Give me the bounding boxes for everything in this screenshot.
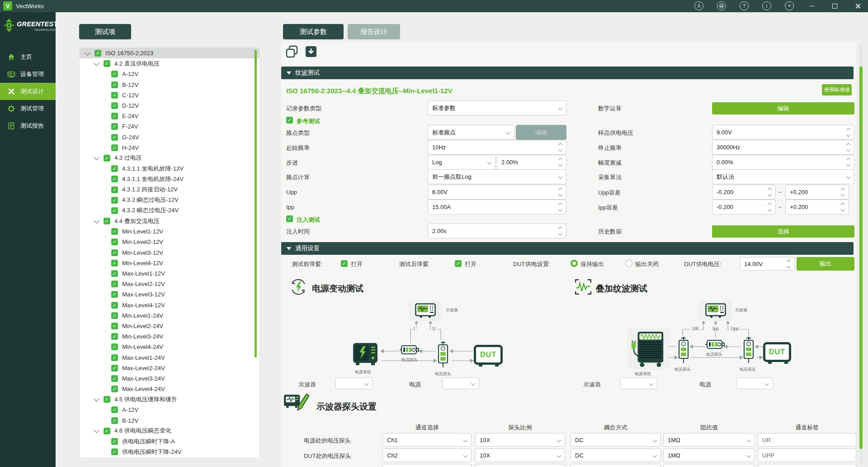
record-type-select[interactable]: 标准参数 bbox=[428, 100, 566, 115]
tree-item[interactable]: ✓Max-Level3-24V bbox=[80, 373, 259, 384]
tree-expand-caret[interactable] bbox=[94, 396, 99, 402]
help-icon[interactable]: ? bbox=[740, 1, 749, 10]
reference-test-checkbox[interactable]: ✓ bbox=[286, 117, 293, 124]
probe-channel-select[interactable]: Ch2 bbox=[382, 448, 472, 462]
offline-icon[interactable]: ✕ bbox=[785, 1, 794, 10]
tree-checkbox[interactable]: ✓ bbox=[111, 113, 118, 119]
spinner-arrows[interactable] bbox=[559, 203, 562, 211]
probe-coupling-select[interactable]: DC bbox=[571, 433, 661, 447]
spinner-arrows[interactable] bbox=[847, 129, 850, 136]
tree-item[interactable]: ✓Min-Level1-24V bbox=[80, 310, 259, 321]
upp-tolerance-min-spinner[interactable]: -0.200 bbox=[712, 185, 776, 200]
sidebar-item-test-design[interactable]: 测试设计 bbox=[0, 83, 56, 100]
math-edit-button[interactable]: 编辑 bbox=[712, 102, 854, 114]
tree-checkbox[interactable]: ✓ bbox=[111, 176, 118, 182]
tree-item[interactable]: ✓4.6 供电电压瞬态变化 bbox=[80, 426, 259, 436]
tree-item[interactable]: ✓Max-Level3-12V bbox=[80, 289, 259, 300]
tree-expand-caret[interactable] bbox=[94, 60, 99, 66]
tree-checkbox[interactable]: ✓ bbox=[111, 323, 118, 329]
sidebar-item-home[interactable]: 主页 bbox=[0, 48, 56, 66]
tree-checkbox[interactable]: ✓ bbox=[111, 123, 118, 130]
network-lan-icon[interactable]: LAN bbox=[717, 1, 726, 10]
probe-tag-input[interactable] bbox=[758, 464, 856, 467]
pre-test-popup-checkbox[interactable]: ✓ bbox=[341, 260, 348, 267]
tree-checkbox[interactable]: ✓ bbox=[111, 134, 118, 141]
probe-ratio-select[interactable]: 10X bbox=[475, 433, 565, 447]
spinner-arrows[interactable] bbox=[847, 158, 850, 166]
tree-expand-caret[interactable] bbox=[94, 218, 99, 224]
tree-item[interactable]: ✓4.3.1.1 发电机故障-24V bbox=[80, 174, 259, 184]
probe-ratio-select[interactable] bbox=[475, 464, 565, 467]
tree-checkbox[interactable]: ✓ bbox=[111, 228, 118, 235]
tree-checkbox[interactable]: ✓ bbox=[111, 238, 118, 245]
output-off-radio[interactable] bbox=[625, 260, 632, 267]
tree-item[interactable]: ✓F-24V bbox=[80, 121, 259, 132]
tree-checkbox[interactable]: ✓ bbox=[111, 438, 118, 445]
tree-item[interactable]: ✓A-12V bbox=[80, 405, 259, 415]
tree-checkbox[interactable]: ✓ bbox=[111, 417, 118, 424]
ipp-tolerance-max-spinner[interactable]: +0.200 bbox=[785, 200, 849, 214]
probe-impedance-select[interactable] bbox=[663, 464, 755, 467]
spinner-arrows[interactable] bbox=[847, 143, 850, 151]
tree-checkbox[interactable]: ✓ bbox=[111, 207, 118, 214]
tree-item[interactable]: ✓供电电压瞬时下降-A bbox=[80, 436, 259, 447]
freq-calc-select[interactable]: 前一频点取Log bbox=[428, 169, 566, 184]
tree-item[interactable]: ✓Max-Level1-24V bbox=[80, 352, 259, 362]
sidebar-item-device-management[interactable]: 设备管理 bbox=[0, 66, 56, 83]
tree-checkbox[interactable]: ✓ bbox=[111, 270, 118, 277]
tree-item[interactable]: ✓Min-Level2-12V bbox=[80, 237, 259, 247]
tree-item[interactable]: ✓Min-Level4-24V bbox=[80, 342, 259, 352]
tree-checkbox[interactable]: ✓ bbox=[111, 102, 118, 109]
injection-test-checkbox[interactable]: ✓ bbox=[286, 215, 293, 222]
sample-voltage-spinner[interactable]: 9.00V bbox=[712, 125, 854, 140]
start-frequency-spinner[interactable]: 10Hz bbox=[428, 140, 566, 155]
ipp-tolerance-min-spinner[interactable]: -0.200 bbox=[712, 200, 776, 214]
tree-item[interactable]: ✓Min-Level1-12V bbox=[80, 226, 259, 237]
probe-tag-input[interactable]: UR bbox=[758, 433, 856, 447]
probe-impedance-select[interactable]: 1MΩ bbox=[663, 448, 755, 462]
probe-coupling-select[interactable]: DC bbox=[571, 448, 661, 462]
upp-spinner[interactable]: 6.00V bbox=[428, 185, 566, 200]
copy-parameters-button[interactable] bbox=[285, 44, 299, 59]
history-select-button[interactable]: 选择 bbox=[712, 225, 854, 238]
tree-item[interactable]: ✓E-24V bbox=[80, 111, 259, 121]
main-scrollbar-thumb[interactable] bbox=[859, 67, 863, 449]
tree-checkbox[interactable]: ✓ bbox=[111, 386, 118, 392]
tree-checkbox[interactable]: ✓ bbox=[111, 71, 118, 77]
tree-checkbox[interactable]: ✓ bbox=[104, 60, 110, 67]
spinner-arrows[interactable] bbox=[841, 188, 844, 196]
scope-select[interactable] bbox=[620, 377, 657, 389]
output-button[interactable]: 输出 bbox=[797, 257, 854, 271]
tree-item[interactable]: ✓Max-Level4-12V bbox=[80, 300, 259, 310]
paste-parameters-button[interactable] bbox=[304, 44, 318, 59]
probe-ratio-select[interactable]: 10X bbox=[475, 448, 565, 462]
keep-output-radio[interactable] bbox=[571, 260, 578, 267]
tree-item[interactable]: ✓D-12V bbox=[80, 100, 259, 111]
tree-checkbox[interactable]: ✓ bbox=[104, 428, 110, 434]
tree-checkbox[interactable]: ✓ bbox=[111, 81, 118, 88]
probe-channel-select[interactable]: Ch1 bbox=[382, 433, 472, 447]
tree-checkbox[interactable]: ✓ bbox=[111, 249, 118, 256]
dut-voltage-spinner[interactable]: 14.00V bbox=[740, 257, 795, 271]
tree-item[interactable]: ✓C-12V bbox=[80, 90, 259, 100]
tree-checkbox[interactable]: ✓ bbox=[111, 333, 118, 340]
tree-checkbox[interactable]: ✓ bbox=[104, 218, 110, 224]
tab-test-parameters[interactable]: 测试参数 bbox=[283, 24, 344, 39]
tree-item[interactable]: ✓4.5 供电电压缓降和缓升 bbox=[80, 394, 259, 405]
scope-select[interactable] bbox=[335, 377, 373, 389]
info-icon[interactable]: i bbox=[762, 1, 771, 10]
spinner-arrows[interactable] bbox=[559, 227, 562, 235]
tree-item[interactable]: ✓Max-Level2-24V bbox=[80, 363, 259, 373]
sidebar-item-test-report[interactable]: 测试报告 bbox=[0, 117, 56, 134]
tree-checkbox[interactable]: ✓ bbox=[111, 343, 118, 350]
spinner-arrows[interactable] bbox=[559, 158, 562, 166]
tree-checkbox[interactable]: ✓ bbox=[111, 144, 118, 151]
spinner-arrows[interactable] bbox=[559, 188, 562, 196]
post-test-popup-checkbox[interactable]: ✓ bbox=[455, 260, 462, 267]
tree-item[interactable]: ✓G-24V bbox=[80, 132, 259, 143]
tree-checkbox[interactable]: ✓ bbox=[111, 260, 118, 267]
upp-tolerance-max-spinner[interactable]: +0.200 bbox=[785, 185, 849, 200]
tree-item[interactable]: ✓A-12V bbox=[80, 69, 259, 79]
tree-item[interactable]: ✓Min-Level2-24V bbox=[80, 321, 259, 331]
tree-checkbox[interactable]: ✓ bbox=[104, 155, 110, 162]
